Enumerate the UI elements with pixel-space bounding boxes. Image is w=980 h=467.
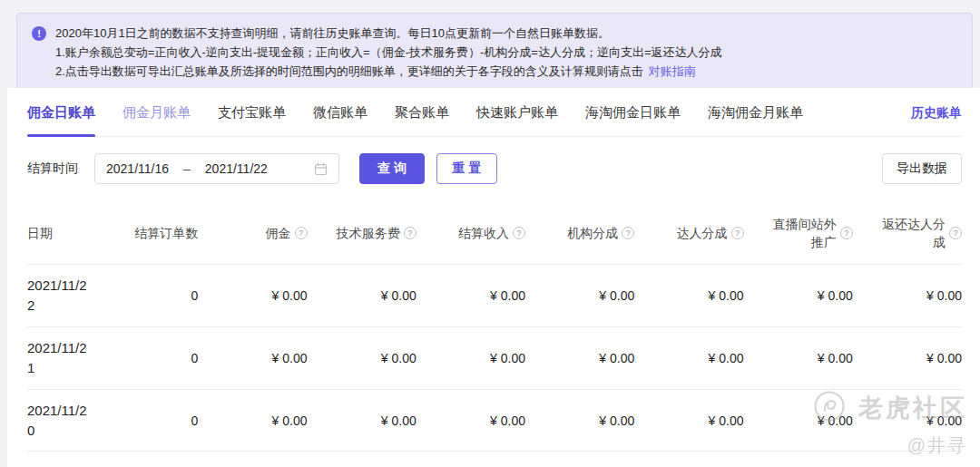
value-cell: 0	[89, 351, 198, 365]
question-circle-icon[interactable]: ?	[622, 227, 634, 239]
bill-card: 佣金日账单佣金月账单支付宝账单微信账单聚合账单快速账户账单海淘佣金日账单海淘佣金…	[7, 88, 980, 467]
value-cell: 0	[89, 288, 198, 303]
banner-line-3: 2.点击导出数据可导出汇总账单及所选择的时间范围内的明细账单，更详细的关于各字段…	[55, 62, 722, 81]
value-cell: ¥ 0.00	[744, 288, 853, 303]
notice-banner: ! 2020年10月1日之前的数据不支持查询明细，请前往历史账单查询。每日10点…	[16, 13, 973, 92]
table-row: 2021/11/220¥ 0.00¥ 0.00¥ 0.00¥ 0.00¥ 0.0…	[27, 264, 962, 326]
value-cell: 0	[89, 413, 198, 428]
tab-5[interactable]: 聚合账单	[395, 104, 449, 136]
date-end-value: 2021/11/22	[205, 161, 268, 176]
column-header-label: 直播间站外推广	[768, 215, 837, 251]
table-body: 2021/11/220¥ 0.00¥ 0.00¥ 0.00¥ 0.00¥ 0.0…	[27, 264, 962, 452]
column-header-label: 达人分成	[677, 224, 728, 242]
tab-7[interactable]: 海淘佣金日账单	[585, 104, 681, 136]
date-range-picker[interactable]: 2021/11/16 – 2021/11/22	[94, 153, 339, 184]
reset-button[interactable]: 重 置	[436, 153, 497, 184]
value-cell: ¥ 0.00	[744, 413, 853, 428]
question-circle-icon[interactable]: ?	[295, 227, 308, 239]
table-row: 2021/11/210¥ 0.00¥ 0.00¥ 0.00¥ 0.00¥ 0.0…	[27, 326, 962, 389]
column-header-label: 结算订单数	[134, 224, 198, 242]
column-header-label: 返还达人分成	[877, 215, 946, 251]
value-cell: ¥ 0.00	[308, 413, 416, 428]
export-data-button[interactable]: 导出数据	[882, 153, 962, 184]
value-cell: ¥ 0.00	[198, 351, 307, 365]
column-header-5: 结算收入?	[416, 224, 525, 242]
value-cell: ¥ 0.00	[525, 288, 634, 303]
history-bills-link[interactable]: 历史账单	[911, 105, 962, 122]
date-separator: –	[183, 161, 191, 176]
question-circle-icon[interactable]: ?	[513, 227, 525, 239]
column-header-label: 佣金	[266, 224, 291, 242]
value-cell: ¥ 0.00	[308, 351, 416, 365]
info-circle-icon: !	[32, 26, 46, 41]
column-header-label: 结算收入	[458, 224, 509, 242]
value-cell: ¥ 0.00	[744, 351, 853, 365]
settle-time-label: 结算时间	[27, 161, 78, 177]
question-circle-icon[interactable]: ?	[731, 227, 744, 239]
bill-table: 日期结算订单数佣金?技术服务费?结算收入?机构分成?达人分成?直播间站外推广?返…	[27, 208, 962, 452]
value-cell: ¥ 0.00	[853, 288, 962, 303]
banner-line-2: 1.账户余额总变动=正向收入-逆向支出-提现金额；正向收入=（佣金-技术服务费）…	[55, 43, 722, 62]
column-header-8: 直播间站外推广?	[744, 215, 853, 251]
value-cell: ¥ 0.00	[525, 413, 634, 428]
tab-6[interactable]: 快速账户账单	[476, 104, 558, 136]
date-start-value: 2021/11/16	[106, 161, 169, 176]
value-cell: ¥ 0.00	[416, 288, 525, 303]
question-circle-icon[interactable]: ?	[840, 227, 853, 239]
query-button[interactable]: 查 询	[359, 153, 425, 184]
column-header-label: 日期	[27, 224, 53, 242]
value-cell: ¥ 0.00	[634, 288, 743, 303]
table-header-row: 日期结算订单数佣金?技术服务费?结算收入?机构分成?达人分成?直播间站外推广?返…	[27, 208, 962, 264]
table-row: 2021/11/200¥ 0.00¥ 0.00¥ 0.00¥ 0.00¥ 0.0…	[27, 389, 962, 452]
value-cell: ¥ 0.00	[416, 413, 525, 428]
value-cell: ¥ 0.00	[853, 413, 962, 428]
column-header-4: 技术服务费?	[308, 224, 416, 242]
date-cell: 2021/11/22	[27, 276, 89, 316]
column-header-label: 机构分成	[567, 224, 618, 242]
column-header-6: 机构分成?	[525, 224, 634, 242]
value-cell: ¥ 0.00	[853, 351, 962, 365]
date-cell: 2021/11/21	[27, 338, 89, 378]
date-cell: 2021/11/20	[27, 401, 89, 441]
column-header-9: 返还达人分成?	[853, 215, 962, 251]
tab-8[interactable]: 海淘佣金月账单	[708, 104, 803, 136]
column-header-1: 日期	[27, 224, 89, 242]
tab-4[interactable]: 微信账单	[313, 104, 368, 136]
banner-line-1: 2020年10月1日之前的数据不支持查询明细，请前往历史账单查询。每日10点更新…	[55, 24, 722, 43]
value-cell: ¥ 0.00	[525, 351, 634, 365]
tab-bar: 佣金日账单佣金月账单支付宝账单微信账单聚合账单快速账户账单海淘佣金日账单海淘佣金…	[27, 104, 962, 137]
value-cell: ¥ 0.00	[198, 413, 307, 428]
filter-row: 结算时间 2021/11/16 – 2021/11/22 查 询 重 置 导出数…	[27, 153, 962, 184]
value-cell: ¥ 0.00	[634, 351, 743, 365]
column-header-7: 达人分成?	[634, 224, 743, 242]
tab-list: 佣金日账单佣金月账单支付宝账单微信账单聚合账单快速账户账单海淘佣金日账单海淘佣金…	[27, 104, 962, 136]
question-circle-icon[interactable]: ?	[949, 227, 962, 239]
tab-3[interactable]: 支付宝账单	[218, 104, 286, 136]
question-circle-icon[interactable]: ?	[404, 227, 416, 239]
value-cell: ¥ 0.00	[308, 288, 416, 303]
value-cell: ¥ 0.00	[634, 413, 743, 428]
column-header-label: 技术服务费	[337, 224, 400, 242]
value-cell: ¥ 0.00	[416, 351, 525, 365]
reconciliation-guide-link[interactable]: 对账指南	[649, 64, 696, 78]
value-cell: ¥ 0.00	[198, 288, 307, 303]
column-header-2: 结算订单数	[89, 224, 198, 242]
tab-1[interactable]: 佣金日账单	[27, 104, 95, 136]
column-header-3: 佣金?	[198, 224, 307, 242]
tab-2[interactable]: 佣金月账单	[122, 104, 191, 136]
banner-line-3-text: 2.点击导出数据可导出汇总账单及所选择的时间范围内的明细账单，更详细的关于各字段…	[55, 64, 643, 78]
calendar-icon	[314, 162, 328, 176]
